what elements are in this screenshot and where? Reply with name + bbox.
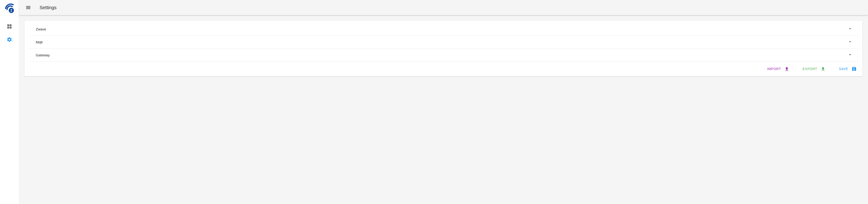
panel-gateway: Gateway (28, 49, 859, 61)
export-button-label: EXPORT (803, 67, 817, 71)
save-icon (851, 66, 857, 72)
sidebar-item-dashboard[interactable] (4, 21, 15, 32)
menu-toggle-button[interactable] (23, 2, 34, 13)
panel-header-mqtt[interactable]: Mqtt (28, 35, 859, 48)
svg-rect-9 (785, 70, 788, 71)
panel-header-gateway[interactable]: Gateway (28, 49, 859, 61)
topbar: Settings (19, 0, 868, 15)
upload-icon (784, 66, 789, 72)
svg-rect-7 (26, 7, 30, 8)
import-button[interactable]: IMPORT (767, 66, 789, 72)
svg-rect-3 (7, 27, 9, 28)
zwave-logo-icon: Z (4, 3, 14, 14)
download-icon (820, 66, 826, 72)
main-area: Settings Zwave Mqtt (19, 0, 868, 204)
gear-icon (7, 37, 12, 43)
svg-rect-6 (26, 6, 30, 7)
content-area: Zwave Mqtt G (19, 15, 868, 82)
chevron-down-icon (847, 39, 853, 45)
widgets-icon (7, 24, 12, 29)
panel-label: Gateway (36, 53, 50, 57)
panel-zwave: Zwave (28, 23, 859, 35)
svg-rect-10 (822, 70, 825, 71)
panel-label: Mqtt (36, 40, 42, 44)
page-title: Settings (39, 5, 57, 10)
save-button-label: SAVE (839, 67, 848, 71)
sidebar: Z (0, 0, 19, 204)
panel-header-zwave[interactable]: Zwave (28, 23, 859, 35)
sidebar-item-settings[interactable] (4, 34, 15, 45)
chevron-down-icon (847, 26, 853, 32)
action-bar: IMPORT EXPORT SAVE (28, 61, 859, 72)
save-button[interactable]: SAVE (839, 66, 857, 72)
svg-rect-5 (9, 24, 12, 26)
svg-rect-2 (7, 24, 9, 26)
settings-card: Zwave Mqtt G (25, 21, 862, 76)
app-logo: Z (4, 3, 15, 14)
svg-rect-8 (26, 8, 30, 9)
export-button[interactable]: EXPORT (803, 66, 826, 72)
import-button-label: IMPORT (767, 67, 781, 71)
svg-rect-4 (10, 27, 11, 28)
hamburger-icon (25, 5, 31, 10)
chevron-down-icon (847, 52, 853, 58)
svg-text:Z: Z (10, 8, 12, 12)
panel-mqtt: Mqtt (28, 35, 859, 49)
panel-label: Zwave (36, 27, 46, 31)
app-root: Z Sett (0, 0, 868, 204)
